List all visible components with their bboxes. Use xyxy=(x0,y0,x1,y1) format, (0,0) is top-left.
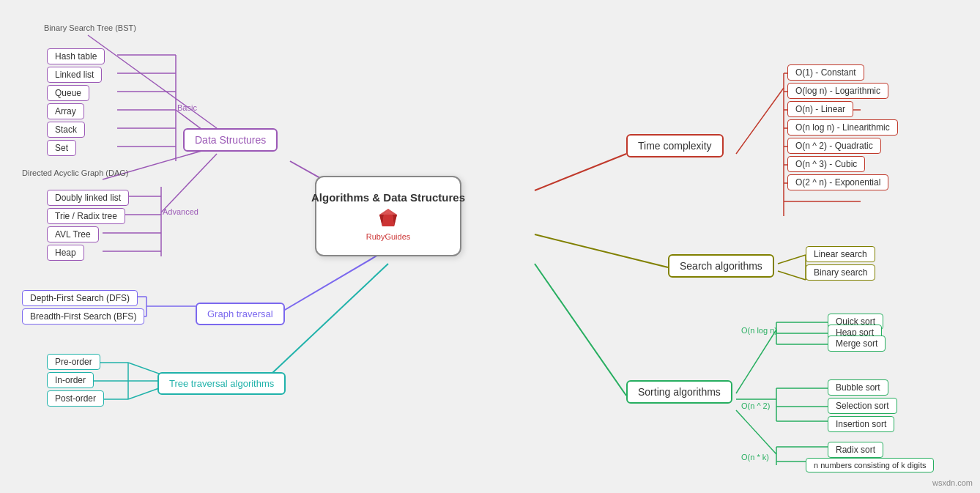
graph-traversal-node: Graph traversal xyxy=(196,303,285,325)
leaf-dfs: Depth-First Search (DFS) xyxy=(22,290,138,306)
leaf-linked-list: Linked list xyxy=(47,67,102,83)
advanced-label: Advanced xyxy=(163,207,198,216)
leaf-binary-search: Binary search xyxy=(806,264,875,281)
tree-traversal-node: Tree traversal algorithms xyxy=(157,372,286,395)
leaf-o1: O(1) - Constant xyxy=(787,64,864,81)
data-structures-node: Data Structures xyxy=(183,128,278,152)
svg-line-44 xyxy=(778,271,806,280)
leaf-radixsort: Radix sort xyxy=(828,442,883,458)
leaf-stack: Stack xyxy=(47,122,85,138)
svg-line-3 xyxy=(535,154,626,190)
leaf-array: Array xyxy=(47,103,84,119)
sorting-algorithms-node: Sorting algorithms xyxy=(626,380,732,404)
time-complexity-node: Time complexity xyxy=(626,134,724,157)
nk-label: O(n * k) xyxy=(741,453,769,462)
sorting-algorithms-label: Sorting algorithms xyxy=(638,386,721,398)
leaf-on: O(n) - Linear xyxy=(787,101,853,117)
leaf-inorder: In-order xyxy=(47,372,94,388)
leaf-radix-desc: n numbers consisting of k digits xyxy=(806,458,934,472)
leaf-ologn: O(log n) - Logarithmic xyxy=(787,83,888,99)
svg-line-58 xyxy=(736,410,776,454)
leaf-on2: O(n ^ 2) - Quadratic xyxy=(787,138,881,154)
leaf-heap: Heap xyxy=(47,245,84,261)
dag-label: Directed Acyclic Graph (DAG) xyxy=(22,168,128,177)
center-subtitle: RubyGuides xyxy=(366,232,411,241)
leaf-doubly: Doubly linked list xyxy=(47,190,129,206)
leaf-on3: O(n ^ 3) - Cubic xyxy=(787,156,865,172)
svg-line-1 xyxy=(276,249,388,315)
leaf-bfs: Breadth-First Search (BFS) xyxy=(22,308,144,325)
leaf-mergesort: Merge sort xyxy=(828,336,886,352)
svg-line-14 xyxy=(88,35,217,128)
search-algorithms-label: Search algorithms xyxy=(680,260,762,272)
svg-line-4 xyxy=(535,234,668,267)
svg-line-43 xyxy=(778,255,806,264)
svg-line-33 xyxy=(736,88,784,154)
basic-label: Basic xyxy=(177,103,197,112)
center-node: Algorithms & Data Structures RubyGuides xyxy=(315,176,461,256)
leaf-bubblesort: Bubble sort xyxy=(828,379,888,396)
center-title: Algorithms & Data Structures xyxy=(311,191,465,204)
tree-traversal-label: Tree traversal algorithms xyxy=(169,378,274,389)
leaf-o2n: O(2 ^ n) - Exponential xyxy=(787,174,888,190)
n2-label: O(n ^ 2) xyxy=(741,401,770,410)
leaf-hash-table: Hash table xyxy=(47,48,105,64)
nlogn-label: O(n log n) xyxy=(741,326,777,335)
leaf-onlogn-t: O(n log n) - Linearithmic xyxy=(787,119,898,136)
search-algorithms-node: Search algorithms xyxy=(668,254,774,278)
leaf-queue: Queue xyxy=(47,85,89,101)
leaf-insertionsort: Insertion sort xyxy=(828,416,894,432)
leaf-set: Set xyxy=(47,140,76,156)
leaf-selectionsort: Selection sort xyxy=(828,398,897,414)
graph-traversal-label: Graph traversal xyxy=(207,308,273,319)
watermark: wsxdn.com xyxy=(932,478,973,487)
leaf-trie: Trie / Radix tree xyxy=(47,208,125,224)
leaf-linear-search: Linear search xyxy=(806,246,875,262)
data-structures-label: Data Structures xyxy=(195,134,266,146)
bst-label: Binary Search Tree (BST) xyxy=(44,23,136,32)
gem-icon xyxy=(376,207,400,228)
time-complexity-label: Time complexity xyxy=(638,140,712,152)
svg-line-16 xyxy=(161,154,217,212)
svg-line-5 xyxy=(535,264,626,396)
leaf-avl: AVL Tree xyxy=(47,226,99,242)
leaf-preorder: Pre-order xyxy=(47,354,100,370)
svg-line-48 xyxy=(736,330,776,393)
leaf-postorder: Post-order xyxy=(47,390,104,407)
svg-marker-66 xyxy=(382,215,394,226)
